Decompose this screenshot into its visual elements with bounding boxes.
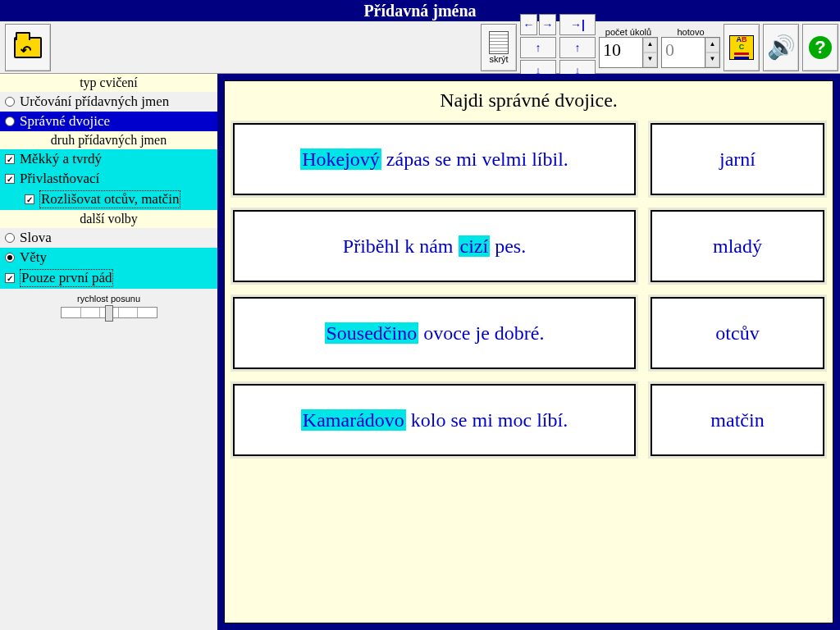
radio-sentences[interactable]: Věty — [0, 248, 217, 267]
check-label: Pouze první pád — [20, 269, 113, 287]
sentence-rest: ovoce je dobré. — [418, 322, 544, 344]
radio-label: Věty — [20, 249, 47, 266]
sentence-card[interactable]: Hokejový zápas se mi velmi líbil. — [233, 123, 636, 195]
highlighted-word: cizí — [459, 235, 491, 257]
nav-end-right-button[interactable]: →| — [559, 14, 596, 35]
answer-card[interactable]: mladý — [651, 210, 824, 282]
sentence-rest: kolo se mi moc líbí. — [406, 409, 568, 431]
sound-button[interactable]: 🔊 — [763, 24, 799, 71]
check-label: Měkký a tvrdý — [20, 151, 102, 167]
done-field: hotovo 0 ▲▼ — [661, 27, 720, 68]
tasks-spinner[interactable]: ▲▼ — [642, 38, 657, 67]
radio-label: Určování přídavných jmen — [20, 94, 169, 110]
help-button[interactable]: ? — [802, 24, 838, 71]
nav-end-up-button[interactable]: ↑ — [559, 37, 596, 58]
abc-button[interactable]: AB C — [724, 24, 760, 71]
help-icon: ? — [809, 36, 832, 59]
instruction-text: Najdi správné dvojice. — [225, 81, 833, 123]
hide-button[interactable]: skrýt — [481, 24, 517, 71]
exercise-row: Přiběhl k nám cizí pes.mladý — [233, 210, 824, 282]
exercise-row: Sousedčino ovoce je dobré.otcův — [233, 297, 824, 369]
highlighted-word: Hokejový — [300, 148, 381, 170]
radio-identify-adjectives[interactable]: Určování přídavných jmen — [0, 92, 217, 112]
radio-label: Slova — [20, 230, 52, 246]
highlighted-word: Kamarádovo — [301, 409, 406, 431]
arrow-left-icon: ← — [523, 18, 535, 31]
arrow-end-up-icon: ↑ — [575, 41, 581, 54]
sentence-pre: Přiběhl k nám — [343, 235, 459, 257]
exercise-row: Hokejový zápas se mi velmi líbil.jarní — [233, 123, 824, 195]
sentence-rest: pes. — [490, 235, 526, 257]
check-soft-hard[interactable]: Měkký a tvrdý — [0, 149, 217, 169]
main-area: Najdi správné dvojice. Hokejový zápas se… — [217, 74, 840, 630]
speaker-icon: 🔊 — [767, 34, 796, 61]
sidebar: typ cvičení Určování přídavných jmen Spr… — [0, 74, 217, 630]
done-value: 0 — [662, 38, 705, 67]
done-label: hotovo — [661, 27, 720, 37]
highlighted-word: Sousedčino — [325, 322, 419, 344]
radio-correct-pairs[interactable]: Správné dvojice — [0, 112, 217, 131]
nav-up-button[interactable]: ↑ — [520, 37, 556, 58]
hide-label: skrýt — [489, 54, 508, 64]
speed-slider[interactable] — [61, 307, 158, 318]
check-distinguish-otcuv[interactable]: Rozlišovat otcův, matčin — [0, 189, 217, 210]
document-icon — [489, 31, 509, 54]
nav-right-button[interactable]: → — [539, 14, 556, 35]
speed-control: rychlost posunu — [0, 289, 217, 326]
section-other-options: další volby — [0, 210, 217, 228]
radio-words[interactable]: Slova — [0, 228, 217, 248]
check-first-case-only[interactable]: Pouze první pád — [0, 267, 217, 289]
nav-left-button[interactable]: ← — [520, 14, 537, 35]
tasks-label: počet úkolů — [599, 27, 658, 37]
sentence-card[interactable]: Kamarádovo kolo se mi moc líbí. — [233, 384, 636, 456]
back-folder-button[interactable]: ↶ — [5, 24, 51, 71]
tasks-value[interactable]: 10 — [600, 38, 642, 67]
arrow-end-right-icon: →| — [570, 18, 585, 31]
arrow-up-icon: ↑ — [536, 41, 541, 54]
exercise-panel: Najdi správné dvojice. Hokejový zápas se… — [224, 80, 833, 623]
answer-card[interactable]: jarní — [651, 123, 824, 195]
answer-card[interactable]: otcův — [651, 297, 824, 369]
toolbar: ↶ skrýt ← → ↑ ↓ →| ↑ ↓ počet úkolů 10 ▲▼ — [0, 21, 840, 74]
check-label: Rozlišovat otcův, matčin — [39, 190, 180, 208]
radio-label: Správné dvojice — [20, 113, 110, 130]
answer-card[interactable]: matčin — [651, 384, 824, 456]
sentence-card[interactable]: Přiběhl k nám cizí pes. — [233, 210, 636, 282]
exercise-row: Kamarádovo kolo se mi moc líbí.matčin — [233, 384, 824, 456]
title-bar: Přídavná jména — [0, 0, 840, 21]
slider-thumb[interactable] — [105, 305, 113, 322]
done-spinner: ▲▼ — [705, 38, 719, 67]
sentence-card[interactable]: Sousedčino ovoce je dobré. — [233, 297, 636, 369]
section-exercise-type: typ cvičení — [0, 74, 217, 92]
check-label: Přivlastňovací — [20, 171, 99, 187]
nav-group-2: →| ↑ ↓ — [559, 14, 596, 81]
speed-label: rychlost posunu — [0, 294, 217, 304]
sentence-rest: zápas se mi velmi líbil. — [381, 148, 568, 170]
abc-icon: AB C — [729, 35, 754, 60]
folder-up-icon: ↶ — [14, 37, 42, 58]
check-possessive[interactable]: Přivlastňovací — [0, 169, 217, 189]
arrow-right-icon: → — [542, 18, 554, 31]
tasks-field: počet úkolů 10 ▲▼ — [599, 27, 658, 68]
section-adjective-kind: druh přídavných jmen — [0, 131, 217, 149]
nav-group-1: ← → ↑ ↓ — [520, 14, 556, 81]
